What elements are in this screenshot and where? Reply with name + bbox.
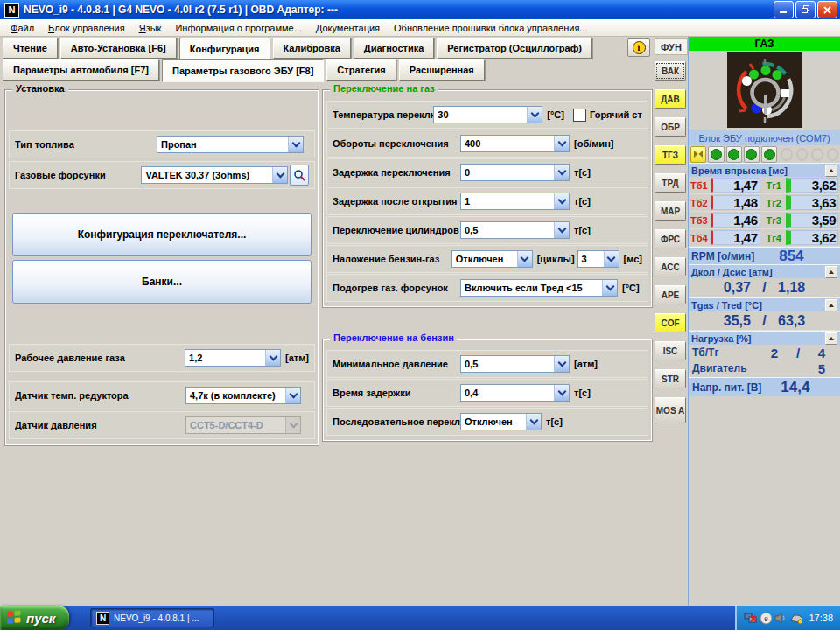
- injector-heating-select[interactable]: Включить если Тред <15: [460, 279, 618, 297]
- sidebar-button-mos-a[interactable]: MOS A: [654, 397, 686, 424]
- tab-car-params[interactable]: Параметры автомобиля [F7]: [3, 60, 159, 80]
- rpm-label: RPM [о/мин]: [691, 250, 754, 262]
- tab-advanced[interactable]: Расширенная: [399, 60, 485, 80]
- dropdown-arrow-icon[interactable]: [265, 350, 280, 366]
- fuel-type-select[interactable]: Пропан: [157, 136, 304, 153]
- dropdown-arrow-icon[interactable]: [554, 136, 569, 151]
- injection-row-4: Тб4 1,47 Тг4 3,62: [689, 229, 840, 247]
- minimize-button[interactable]: [774, 1, 794, 18]
- collapse-section-button[interactable]: [825, 164, 837, 177]
- switch-rpm-select[interactable]: 400: [460, 135, 570, 152]
- banks-button[interactable]: Банки...: [12, 260, 312, 304]
- collapse-section-button[interactable]: [825, 299, 837, 312]
- menu-about[interactable]: Информация о программе...: [168, 21, 308, 35]
- petrol-gas-overlap-select[interactable]: Отключен: [452, 250, 533, 268]
- sidebar-button-trd[interactable]: ТРД: [654, 173, 686, 192]
- sidebar-button-ape[interactable]: АРЕ: [654, 285, 686, 304]
- menu-control-unit[interactable]: Блок управления: [41, 21, 132, 35]
- sidebar-button-vak[interactable]: ВАК: [654, 61, 686, 80]
- sequential-switch-label: Последовательное перекл. ц: [332, 416, 460, 427]
- switch-config-button[interactable]: Конфигурация переключателя...: [12, 213, 312, 256]
- cylinder-switch-select[interactable]: 0,5: [460, 221, 570, 239]
- switch-temperature-select[interactable]: 30: [433, 106, 542, 123]
- reducer-temp-sensor-label: Датчик темп. редуктора: [15, 390, 186, 401]
- dropdown-arrow-icon[interactable]: [554, 356, 569, 372]
- dropdown-arrow-icon[interactable]: [602, 280, 617, 296]
- sidebar-button-dav[interactable]: ДАВ: [654, 89, 686, 108]
- info-icon: i: [633, 41, 646, 54]
- sidebar-button-obr[interactable]: ОБР: [654, 117, 686, 136]
- dropdown-arrow-icon[interactable]: [526, 414, 541, 430]
- dropdown-arrow-icon[interactable]: [288, 136, 303, 152]
- switch-temperature-label: Температура переключения: [332, 109, 433, 120]
- menu-language[interactable]: Язык: [132, 21, 169, 35]
- led-off-icon: [827, 148, 838, 161]
- collapse-section-button[interactable]: [825, 266, 837, 278]
- tab-auto-setup[interactable]: Авто-Установка [F6]: [60, 38, 177, 59]
- collapse-section-button[interactable]: [825, 332, 837, 345]
- sidebar-button-map[interactable]: МАР: [654, 201, 686, 220]
- switch-delay-select[interactable]: 0: [460, 164, 570, 181]
- tab-recorder[interactable]: Регистратор (Осциллограф): [437, 38, 592, 59]
- sidebar-button-tgz[interactable]: ТГЗ: [654, 145, 686, 164]
- sidebar-button-isc[interactable]: ISC: [654, 341, 686, 360]
- sidebar-button-str[interactable]: STR: [654, 369, 686, 388]
- sidebar-header: ФУН: [654, 38, 688, 55]
- reducer-temp-sensor-select[interactable]: 4,7к (в комплекте): [186, 387, 301, 404]
- dropdown-arrow-icon[interactable]: [285, 388, 300, 403]
- min-pressure-select[interactable]: 0,5: [460, 355, 570, 373]
- menu-bar: Файл Блок управления Язык Информация о п…: [0, 19, 840, 37]
- gas-injectors-select[interactable]: VALTEK 30,37 (3ohms): [141, 166, 288, 184]
- dropdown-arrow-icon[interactable]: [527, 107, 542, 122]
- valve-delay-unit: т[c]: [574, 196, 591, 206]
- dropdown-arrow-icon[interactable]: [272, 167, 287, 183]
- antivirus-icon[interactable]: e: [760, 612, 772, 625]
- injector-search-button[interactable]: [290, 164, 309, 186]
- working-pressure-select[interactable]: 1,2: [185, 349, 281, 367]
- hot-start-checkbox[interactable]: [573, 108, 586, 122]
- load-engine-value: 5: [807, 361, 836, 376]
- gas-switch-group-title: Переключение на газ: [330, 83, 438, 94]
- start-button[interactable]: пуск: [0, 606, 69, 630]
- injector-heating-unit: [°C]: [622, 283, 640, 293]
- volume-icon[interactable]: [774, 612, 787, 625]
- rpm-value: 854: [779, 248, 803, 265]
- gas-switch-group: Переключение на газ Температура переключ…: [322, 89, 653, 308]
- tab-gas-ecu-params[interactable]: Параметры газового ЭБУ [F8]: [162, 60, 324, 82]
- restore-button[interactable]: [795, 1, 816, 18]
- menu-firmware-update[interactable]: Обновление прошивки блока управления...: [387, 21, 594, 35]
- petrol-inj-value: 1,47: [710, 178, 760, 192]
- working-pressure-row: Рабочее давление газа 1,2 [атм]: [9, 344, 315, 372]
- tab-calibration[interactable]: Калибровка: [273, 38, 351, 59]
- hot-start-label: Горячий старт: [590, 109, 642, 120]
- sub-tab-row: Параметры автомобиля [F7] Параметры газо…: [3, 60, 485, 82]
- dropdown-arrow-icon[interactable]: [554, 164, 569, 180]
- menu-file[interactable]: Файл: [4, 21, 41, 35]
- dropdown-arrow-icon[interactable]: [554, 222, 569, 238]
- close-button[interactable]: [817, 1, 837, 18]
- sidebar-button-frs[interactable]: ФРС: [654, 229, 686, 248]
- dropdown-arrow-icon[interactable]: [554, 385, 569, 401]
- dropdown-arrow-icon[interactable]: [554, 193, 569, 209]
- pressure-values: 0,37 / 1,18: [689, 278, 840, 298]
- tab-strategy[interactable]: Стратегия: [326, 60, 396, 80]
- tab-configuration[interactable]: Конфигурация: [179, 38, 270, 60]
- petrol-delay-select[interactable]: 0,4: [460, 384, 570, 402]
- valve-delay-select[interactable]: 1: [460, 192, 570, 210]
- sidebar-button-acc[interactable]: АСС: [654, 257, 686, 276]
- petrol-gas-overlap-cycles-select[interactable]: 3: [578, 250, 620, 268]
- sidebar-button-cof[interactable]: COF: [654, 313, 686, 332]
- min-pressure-label: Минимальное давление: [332, 359, 460, 369]
- tab-diagnostics[interactable]: Диагностика: [354, 38, 434, 59]
- info-button[interactable]: i: [627, 38, 650, 57]
- taskbar-app-button[interactable]: N NEVO_i9 - 4.0.8.1 | ...: [90, 608, 214, 627]
- sequential-switch-select[interactable]: Отключен: [460, 413, 542, 430]
- petrol-inj-value: 1,47: [710, 230, 760, 245]
- dropdown-arrow-icon[interactable]: [604, 251, 619, 267]
- working-pressure-unit: [атм]: [285, 353, 309, 363]
- network-offline-icon[interactable]: [744, 612, 757, 625]
- dropdown-arrow-icon[interactable]: [517, 251, 532, 267]
- menu-documentation[interactable]: Документация: [309, 21, 387, 35]
- device-icon[interactable]: [789, 612, 803, 625]
- tab-reading[interactable]: Чтение: [3, 38, 58, 59]
